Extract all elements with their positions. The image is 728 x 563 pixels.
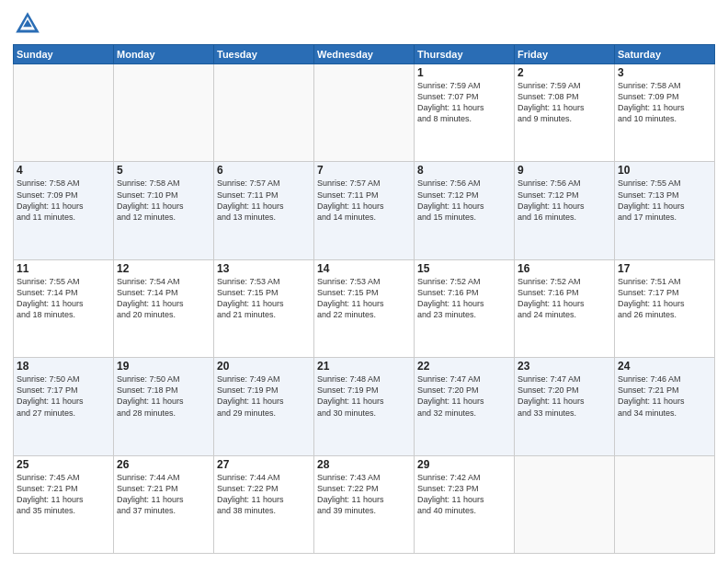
calendar-cell: 15Sunrise: 7:52 AM Sunset: 7:16 PM Dayli… — [415, 259, 515, 357]
day-info: Sunrise: 7:52 AM Sunset: 7:16 PM Dayligh… — [417, 276, 511, 321]
day-number: 3 — [618, 66, 711, 79]
col-header-sunday: Sunday — [14, 45, 114, 64]
calendar-cell: 9Sunrise: 7:56 AM Sunset: 7:12 PM Daylig… — [515, 162, 615, 259]
day-info: Sunrise: 7:53 AM Sunset: 7:15 PM Dayligh… — [317, 276, 411, 321]
day-number: 10 — [618, 164, 711, 177]
logo-icon — [13, 9, 42, 39]
calendar-row-1: 4Sunrise: 7:58 AM Sunset: 7:09 PM Daylig… — [14, 162, 715, 259]
calendar-row-4: 25Sunrise: 7:45 AM Sunset: 7:21 PM Dayli… — [14, 455, 715, 553]
day-number: 28 — [317, 458, 411, 471]
day-number: 12 — [117, 262, 210, 275]
calendar-cell: 11Sunrise: 7:55 AM Sunset: 7:14 PM Dayli… — [14, 259, 114, 357]
day-info: Sunrise: 7:43 AM Sunset: 7:22 PM Dayligh… — [317, 472, 411, 517]
calendar-cell: 13Sunrise: 7:53 AM Sunset: 7:15 PM Dayli… — [214, 259, 314, 357]
day-info: Sunrise: 7:45 AM Sunset: 7:21 PM Dayligh… — [17, 472, 110, 517]
calendar-cell: 14Sunrise: 7:53 AM Sunset: 7:15 PM Dayli… — [314, 259, 415, 357]
day-info: Sunrise: 7:56 AM Sunset: 7:12 PM Dayligh… — [518, 178, 611, 223]
day-number: 5 — [117, 164, 210, 177]
day-info: Sunrise: 7:49 AM Sunset: 7:19 PM Dayligh… — [217, 373, 311, 419]
calendar-cell: 20Sunrise: 7:49 AM Sunset: 7:19 PM Dayli… — [214, 358, 314, 455]
day-number: 20 — [217, 360, 311, 373]
calendar-row-3: 18Sunrise: 7:50 AM Sunset: 7:17 PM Dayli… — [14, 358, 715, 455]
day-number: 15 — [417, 262, 511, 275]
calendar-cell — [515, 455, 615, 553]
calendar-cell: 29Sunrise: 7:42 AM Sunset: 7:23 PM Dayli… — [415, 455, 515, 553]
calendar-cell: 1Sunrise: 7:59 AM Sunset: 7:07 PM Daylig… — [415, 64, 515, 162]
day-info: Sunrise: 7:44 AM Sunset: 7:22 PM Dayligh… — [217, 472, 311, 517]
day-number: 13 — [217, 262, 311, 275]
day-number: 26 — [117, 458, 210, 471]
calendar-cell — [14, 64, 114, 162]
calendar-header-row: SundayMondayTuesdayWednesdayThursdayFrid… — [14, 45, 715, 64]
page: SundayMondayTuesdayWednesdayThursdayFrid… — [0, 0, 728, 563]
calendar-cell: 21Sunrise: 7:48 AM Sunset: 7:19 PM Dayli… — [314, 358, 415, 455]
day-info: Sunrise: 7:46 AM Sunset: 7:21 PM Dayligh… — [618, 373, 711, 419]
calendar-cell: 26Sunrise: 7:44 AM Sunset: 7:21 PM Dayli… — [114, 455, 214, 553]
day-number: 17 — [618, 262, 711, 275]
day-info: Sunrise: 7:58 AM Sunset: 7:09 PM Dayligh… — [17, 178, 110, 223]
day-info: Sunrise: 7:59 AM Sunset: 7:08 PM Dayligh… — [518, 80, 611, 125]
calendar-cell: 22Sunrise: 7:47 AM Sunset: 7:20 PM Dayli… — [415, 358, 515, 455]
day-info: Sunrise: 7:44 AM Sunset: 7:21 PM Dayligh… — [117, 472, 210, 517]
calendar-cell: 12Sunrise: 7:54 AM Sunset: 7:14 PM Dayli… — [114, 259, 214, 357]
day-info: Sunrise: 7:50 AM Sunset: 7:18 PM Dayligh… — [117, 373, 210, 419]
day-number: 14 — [317, 262, 411, 275]
calendar-cell: 16Sunrise: 7:52 AM Sunset: 7:16 PM Dayli… — [515, 259, 615, 357]
day-info: Sunrise: 7:52 AM Sunset: 7:16 PM Dayligh… — [518, 276, 611, 321]
calendar-cell: 2Sunrise: 7:59 AM Sunset: 7:08 PM Daylig… — [515, 64, 615, 162]
day-number: 1 — [417, 66, 511, 79]
day-number: 27 — [217, 458, 311, 471]
col-header-wednesday: Wednesday — [314, 45, 415, 64]
day-number: 6 — [217, 164, 311, 177]
day-info: Sunrise: 7:57 AM Sunset: 7:11 PM Dayligh… — [317, 178, 411, 223]
calendar-row-2: 11Sunrise: 7:55 AM Sunset: 7:14 PM Dayli… — [14, 259, 715, 357]
calendar-cell: 7Sunrise: 7:57 AM Sunset: 7:11 PM Daylig… — [314, 162, 415, 259]
day-info: Sunrise: 7:58 AM Sunset: 7:09 PM Dayligh… — [618, 80, 711, 125]
col-header-thursday: Thursday — [415, 45, 515, 64]
col-header-monday: Monday — [114, 45, 214, 64]
day-number: 23 — [518, 360, 611, 373]
day-number: 9 — [518, 164, 611, 177]
calendar-cell: 8Sunrise: 7:56 AM Sunset: 7:12 PM Daylig… — [415, 162, 515, 259]
day-info: Sunrise: 7:55 AM Sunset: 7:13 PM Dayligh… — [618, 178, 711, 223]
calendar-cell: 4Sunrise: 7:58 AM Sunset: 7:09 PM Daylig… — [14, 162, 114, 259]
logo — [13, 9, 46, 39]
day-info: Sunrise: 7:50 AM Sunset: 7:17 PM Dayligh… — [17, 373, 110, 419]
calendar-cell: 27Sunrise: 7:44 AM Sunset: 7:22 PM Dayli… — [214, 455, 314, 553]
day-info: Sunrise: 7:57 AM Sunset: 7:11 PM Dayligh… — [217, 178, 311, 223]
col-header-tuesday: Tuesday — [214, 45, 314, 64]
calendar-cell: 6Sunrise: 7:57 AM Sunset: 7:11 PM Daylig… — [214, 162, 314, 259]
day-number: 29 — [417, 458, 511, 471]
day-number: 18 — [17, 360, 110, 373]
calendar-cell: 5Sunrise: 7:58 AM Sunset: 7:10 PM Daylig… — [114, 162, 214, 259]
calendar-table: SundayMondayTuesdayWednesdayThursdayFrid… — [13, 44, 715, 554]
day-info: Sunrise: 7:58 AM Sunset: 7:10 PM Dayligh… — [117, 178, 210, 223]
calendar-cell: 19Sunrise: 7:50 AM Sunset: 7:18 PM Dayli… — [114, 358, 214, 455]
day-info: Sunrise: 7:42 AM Sunset: 7:23 PM Dayligh… — [417, 472, 511, 517]
calendar-cell: 25Sunrise: 7:45 AM Sunset: 7:21 PM Dayli… — [14, 455, 114, 553]
calendar-cell: 10Sunrise: 7:55 AM Sunset: 7:13 PM Dayli… — [615, 162, 715, 259]
day-info: Sunrise: 7:54 AM Sunset: 7:14 PM Dayligh… — [117, 276, 210, 321]
calendar-cell — [114, 64, 214, 162]
col-header-saturday: Saturday — [615, 45, 715, 64]
calendar-cell: 18Sunrise: 7:50 AM Sunset: 7:17 PM Dayli… — [14, 358, 114, 455]
day-number: 22 — [417, 360, 511, 373]
day-number: 16 — [518, 262, 611, 275]
day-number: 24 — [618, 360, 711, 373]
day-info: Sunrise: 7:59 AM Sunset: 7:07 PM Dayligh… — [417, 80, 511, 125]
day-info: Sunrise: 7:47 AM Sunset: 7:20 PM Dayligh… — [417, 373, 511, 419]
day-info: Sunrise: 7:48 AM Sunset: 7:19 PM Dayligh… — [317, 373, 411, 419]
day-number: 7 — [317, 164, 411, 177]
calendar-cell — [214, 64, 314, 162]
calendar-cell — [314, 64, 415, 162]
day-number: 11 — [17, 262, 110, 275]
calendar-cell — [615, 455, 715, 553]
calendar-cell: 3Sunrise: 7:58 AM Sunset: 7:09 PM Daylig… — [615, 64, 715, 162]
day-info: Sunrise: 7:47 AM Sunset: 7:20 PM Dayligh… — [518, 373, 611, 419]
day-number: 19 — [117, 360, 210, 373]
day-number: 21 — [317, 360, 411, 373]
calendar-cell: 28Sunrise: 7:43 AM Sunset: 7:22 PM Dayli… — [314, 455, 415, 553]
day-number: 4 — [17, 164, 110, 177]
calendar-cell: 24Sunrise: 7:46 AM Sunset: 7:21 PM Dayli… — [615, 358, 715, 455]
day-number: 8 — [417, 164, 511, 177]
